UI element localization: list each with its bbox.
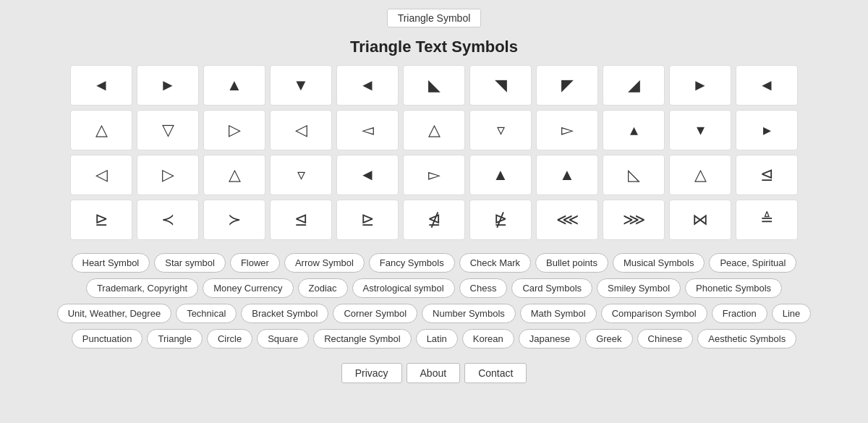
symbol-cell[interactable]: ▲ (469, 155, 532, 195)
symbols-grid: ◄►▲▼◄◣◥◤◢►◄△▽▷◁◅△▿▻▴▾▸◁▷△▿◄▻▲▲◺△⊴⊵≺≻⊴⊵⋬⋭… (70, 65, 798, 240)
symbol-cell[interactable]: ◄ (336, 155, 399, 195)
tag-button[interactable]: Korean (462, 329, 514, 349)
tag-button[interactable]: Smiley Symbol (597, 278, 681, 298)
symbol-cell[interactable]: △ (70, 110, 132, 150)
tag-button[interactable]: Trademark, Copyright (86, 278, 198, 298)
page-title: Triangle Text Symbols (350, 38, 518, 56)
symbol-cell[interactable]: ⊵ (70, 200, 132, 240)
tag-button[interactable]: Latin (416, 329, 458, 349)
symbol-cell[interactable]: ⋙ (603, 200, 665, 240)
tag-button[interactable]: Circle (207, 329, 252, 349)
tag-button[interactable]: Chess (459, 278, 508, 298)
tag-button[interactable]: Unit, Weather, Degree (57, 304, 171, 323)
tag-button[interactable]: Peace, Spiritual (709, 253, 796, 273)
symbol-cell[interactable]: ≺ (137, 200, 199, 240)
tag-button[interactable]: Technical (176, 304, 237, 323)
symbol-cell[interactable]: ◺ (603, 155, 665, 195)
tag-button[interactable]: Aesthetic Symbols (697, 329, 796, 349)
tag-button[interactable]: Rectangle Symbol (313, 329, 412, 349)
symbol-cell[interactable]: △ (403, 110, 465, 150)
symbol-cell[interactable]: ⋘ (536, 200, 598, 240)
tag-button[interactable]: Flower (230, 253, 280, 273)
tag-button[interactable]: Card Symbols (511, 278, 592, 298)
tags-row-2: Unit, Weather, DegreeTechnicalBracket Sy… (57, 304, 812, 323)
symbol-cell[interactable]: ◅ (336, 110, 399, 150)
symbol-cell[interactable]: ◄ (70, 65, 132, 106)
tag-button[interactable]: Chinese (637, 329, 694, 349)
tag-button[interactable]: Corner Symbol (333, 304, 417, 323)
symbol-cell[interactable]: ◣ (403, 65, 465, 106)
symbol-cell[interactable]: ▸ (736, 110, 798, 150)
footer-link[interactable]: Contact (464, 363, 527, 383)
symbol-cell[interactable]: ◤ (536, 65, 598, 106)
symbol-cell[interactable]: ◥ (469, 65, 532, 106)
tag-button[interactable]: Square (257, 329, 309, 349)
tag-button[interactable]: Greek (585, 329, 632, 349)
symbol-cell[interactable]: ⋭ (469, 200, 532, 240)
symbol-cell[interactable]: ◄ (336, 65, 399, 106)
tag-button[interactable]: Bullet points (535, 253, 608, 273)
symbol-cell[interactable]: ▻ (403, 155, 465, 195)
symbol-cell[interactable]: ▿ (270, 155, 332, 195)
tag-button[interactable]: Triangle (147, 329, 202, 349)
symbol-cell[interactable]: ▻ (536, 110, 598, 150)
symbol-cell[interactable]: ⊴ (736, 155, 798, 195)
symbol-cell[interactable]: △ (669, 155, 731, 195)
symbol-cell[interactable]: ≜ (736, 200, 798, 240)
symbol-cell[interactable]: ▲ (536, 155, 598, 195)
tag-button[interactable]: Fraction (712, 304, 767, 323)
tag-button[interactable]: Math Symbol (520, 304, 597, 323)
tag-button[interactable]: Number Symbols (422, 304, 516, 323)
symbol-cell[interactable]: ▽ (137, 110, 199, 150)
symbol-row-2: ◁▷△▿◄▻▲▲◺△⊴ (70, 155, 798, 195)
symbol-cell[interactable]: ⊴ (270, 200, 332, 240)
symbol-cell[interactable]: ⋈ (669, 200, 731, 240)
tag-button[interactable]: Line (772, 304, 812, 323)
tag-button[interactable]: Heart Symbol (72, 253, 150, 273)
footer-link[interactable]: About (407, 363, 461, 383)
symbol-row-1: △▽▷◁◅△▿▻▴▾▸ (70, 110, 798, 150)
tag-button[interactable]: Zodiac (298, 278, 348, 298)
symbol-cell[interactable]: ▷ (137, 155, 199, 195)
tag-button[interactable]: Phonetic Symbols (685, 278, 782, 298)
symbol-row-0: ◄►▲▼◄◣◥◤◢►◄ (70, 65, 798, 106)
symbol-cell[interactable]: ⋬ (403, 200, 465, 240)
symbol-cell[interactable]: ◁ (270, 110, 332, 150)
tag-button[interactable]: Money Currency (203, 278, 293, 298)
tags-row-3: PunctuationTriangleCircleSquareRectangle… (72, 329, 796, 349)
symbol-cell[interactable]: ≻ (203, 200, 265, 240)
symbol-cell[interactable]: ► (137, 65, 199, 106)
symbol-cell[interactable]: ► (669, 65, 731, 106)
tag-button[interactable]: Bracket Symbol (241, 304, 328, 323)
symbol-cell[interactable]: ▲ (203, 65, 265, 106)
symbol-cell[interactable]: ◄ (736, 65, 798, 106)
symbol-cell[interactable]: ◢ (603, 65, 665, 106)
footer-link[interactable]: Privacy (341, 363, 402, 383)
footer: PrivacyAboutContact (341, 363, 527, 383)
symbol-cell[interactable]: △ (203, 155, 265, 195)
tag-button[interactable]: Arrow Symbol (284, 253, 365, 273)
tag-button[interactable]: Astrological symbol (352, 278, 455, 298)
symbol-row-3: ⊵≺≻⊴⊵⋬⋭⋘⋙⋈≜ (70, 200, 798, 240)
symbol-cell[interactable]: ▾ (669, 110, 731, 150)
symbol-cell[interactable]: ▿ (469, 110, 532, 150)
symbol-cell[interactable]: ⊵ (336, 200, 399, 240)
symbol-cell[interactable]: ▷ (203, 110, 265, 150)
tag-button[interactable]: Check Mark (459, 253, 531, 273)
tags-section: Heart SymbolStar symbolFlowerArrow Symbo… (36, 253, 832, 349)
tags-row-0: Heart SymbolStar symbolFlowerArrow Symbo… (72, 253, 797, 273)
tag-button[interactable]: Fancy Symbols (369, 253, 455, 273)
breadcrumb[interactable]: Triangle Symbol (387, 9, 482, 27)
tag-button[interactable]: Musical Symbols (613, 253, 705, 273)
symbol-cell[interactable]: ◁ (70, 155, 132, 195)
symbol-cell[interactable]: ▴ (603, 110, 665, 150)
symbol-cell[interactable]: ▼ (270, 65, 332, 106)
tag-button[interactable]: Japanese (519, 329, 581, 349)
tag-button[interactable]: Punctuation (72, 329, 143, 349)
tags-row-1: Trademark, CopyrightMoney CurrencyZodiac… (86, 278, 782, 298)
tag-button[interactable]: Star symbol (154, 253, 226, 273)
tag-button[interactable]: Comparison Symbol (601, 304, 707, 323)
